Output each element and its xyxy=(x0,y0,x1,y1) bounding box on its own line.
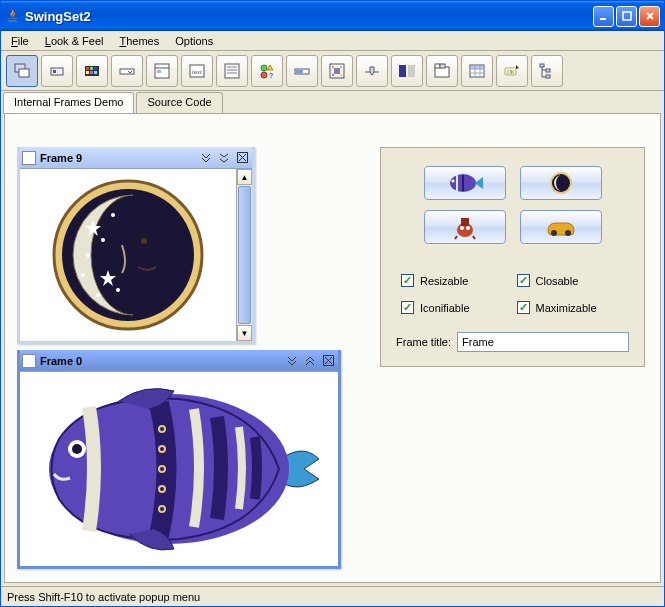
frame-title-input[interactable] xyxy=(457,332,629,352)
tab-demo[interactable]: Internal Frames Demo xyxy=(3,92,134,114)
menu-file[interactable]: File xyxy=(5,33,35,49)
svg-line-83 xyxy=(455,236,457,239)
tool-optionpane[interactable]: ? xyxy=(251,55,283,87)
java-icon xyxy=(5,8,21,24)
svg-rect-10 xyxy=(86,71,89,74)
svg-point-32 xyxy=(340,74,342,76)
svg-rect-0 xyxy=(600,18,606,20)
tool-tooltip[interactable]: OK xyxy=(496,55,528,87)
window-title: SwingSet2 xyxy=(25,9,593,24)
svg-rect-8 xyxy=(90,67,93,70)
create-cab-frame-button[interactable] xyxy=(520,210,602,244)
tool-splitpane[interactable] xyxy=(391,55,423,87)
close-button[interactable] xyxy=(639,6,660,27)
tool-tabbedpane[interactable] xyxy=(426,55,458,87)
scroll-down-button[interactable]: ▼ xyxy=(237,325,252,341)
checkbox-iconifiable[interactable]: ✓Iconifiable xyxy=(401,301,509,314)
tool-list[interactable] xyxy=(216,55,248,87)
tool-scrollpane[interactable] xyxy=(321,55,353,87)
svg-rect-80 xyxy=(461,218,469,226)
svg-point-30 xyxy=(340,66,342,68)
svg-point-58 xyxy=(86,253,90,257)
svg-text:OK: OK xyxy=(507,69,515,75)
frame-title: Frame 9 xyxy=(40,152,198,164)
svg-rect-12 xyxy=(94,71,97,74)
tool-table[interactable] xyxy=(461,55,493,87)
svg-rect-16 xyxy=(157,70,161,73)
minimize-button[interactable] xyxy=(593,6,614,27)
svg-rect-1 xyxy=(623,12,631,20)
svg-point-62 xyxy=(96,293,100,297)
internal-frame-0[interactable]: Frame 0 xyxy=(17,350,341,569)
checkbox-group: ✓Resizable ✓Closable ✓Iconifiable ✓Maxim… xyxy=(381,262,644,322)
frame-titlebar[interactable]: Frame 0 xyxy=(20,350,338,372)
fish-image xyxy=(29,379,329,559)
tool-html[interactable]: text xyxy=(181,55,213,87)
frame-title-label: Frame title: xyxy=(396,336,451,348)
maximize-button[interactable] xyxy=(616,6,637,27)
svg-point-81 xyxy=(460,226,464,230)
status-text: Press Shift-F10 to activate popup menu xyxy=(7,591,200,603)
tool-colorchooser[interactable] xyxy=(76,55,108,87)
tab-source[interactable]: Source Code xyxy=(136,92,222,114)
control-panel: ✓Resizable ✓Closable ✓Iconifiable ✓Maxim… xyxy=(380,147,645,367)
frame-icon-buttons xyxy=(381,158,644,262)
svg-point-29 xyxy=(332,66,334,68)
tool-tree[interactable] xyxy=(531,55,563,87)
menubar: File Look & Feel Themes Options xyxy=(1,31,664,51)
svg-rect-9 xyxy=(94,67,97,70)
svg-text:?: ? xyxy=(269,72,273,79)
checkbox-resizable[interactable]: ✓Resizable xyxy=(401,274,509,287)
menu-options[interactable]: Options xyxy=(169,33,219,49)
desktop-pane[interactable]: Frame 9 ▲ xyxy=(4,113,661,583)
checkbox-closable[interactable]: ✓Closable xyxy=(517,274,625,287)
tab-strip: Internal Frames Demo Source Code xyxy=(1,92,664,114)
frame-maximize-button[interactable] xyxy=(216,151,232,165)
svg-point-60 xyxy=(81,273,85,277)
svg-rect-40 xyxy=(440,64,445,68)
svg-point-24 xyxy=(261,72,267,78)
frame-icon xyxy=(22,354,36,368)
svg-rect-35 xyxy=(399,65,406,77)
frame-content xyxy=(20,169,252,341)
frame-titlebar[interactable]: Frame 9 xyxy=(20,147,252,169)
svg-rect-50 xyxy=(546,69,550,72)
tool-filechooser[interactable] xyxy=(146,55,178,87)
scroll-up-button[interactable]: ▲ xyxy=(237,169,252,185)
scrollbar-vertical[interactable]: ▲ ▼ xyxy=(236,169,252,341)
create-moon-frame-button[interactable] xyxy=(520,166,602,200)
menu-look-feel[interactable]: Look & Feel xyxy=(39,33,110,49)
menu-themes[interactable]: Themes xyxy=(113,33,165,49)
frame-iconify-button[interactable] xyxy=(198,151,214,165)
svg-point-86 xyxy=(565,230,571,236)
tool-slider[interactable] xyxy=(356,55,388,87)
svg-rect-4 xyxy=(51,68,63,75)
svg-rect-5 xyxy=(53,70,56,73)
create-fish-frame-button[interactable] xyxy=(424,166,506,200)
tool-buttons[interactable] xyxy=(41,55,73,87)
create-sun-frame-button[interactable] xyxy=(424,210,506,244)
svg-rect-46 xyxy=(470,65,484,69)
svg-point-85 xyxy=(551,230,557,236)
moon-image xyxy=(48,175,208,335)
svg-rect-19 xyxy=(225,64,239,78)
frame-maximize-button[interactable] xyxy=(302,354,318,368)
checkbox-maximizable[interactable]: ✓Maximizable xyxy=(517,301,625,314)
svg-rect-39 xyxy=(435,64,440,68)
svg-rect-3 xyxy=(19,69,29,77)
tool-combobox[interactable] xyxy=(111,55,143,87)
window-titlebar[interactable]: SwingSet2 xyxy=(1,1,664,31)
svg-point-76 xyxy=(451,180,454,183)
frame-iconify-button[interactable] xyxy=(284,354,300,368)
svg-rect-49 xyxy=(540,64,544,67)
frame-close-button[interactable] xyxy=(234,151,250,165)
tool-progressbar[interactable] xyxy=(286,55,318,87)
internal-frame-9[interactable]: Frame 9 ▲ xyxy=(17,147,255,344)
svg-rect-7 xyxy=(86,67,89,70)
scroll-thumb[interactable] xyxy=(238,186,251,324)
frame-close-button[interactable] xyxy=(320,354,336,368)
frame-title: Frame 0 xyxy=(40,355,284,367)
tool-internal-frames[interactable] xyxy=(6,55,38,87)
svg-rect-36 xyxy=(408,65,415,77)
svg-text:text: text xyxy=(192,69,202,75)
